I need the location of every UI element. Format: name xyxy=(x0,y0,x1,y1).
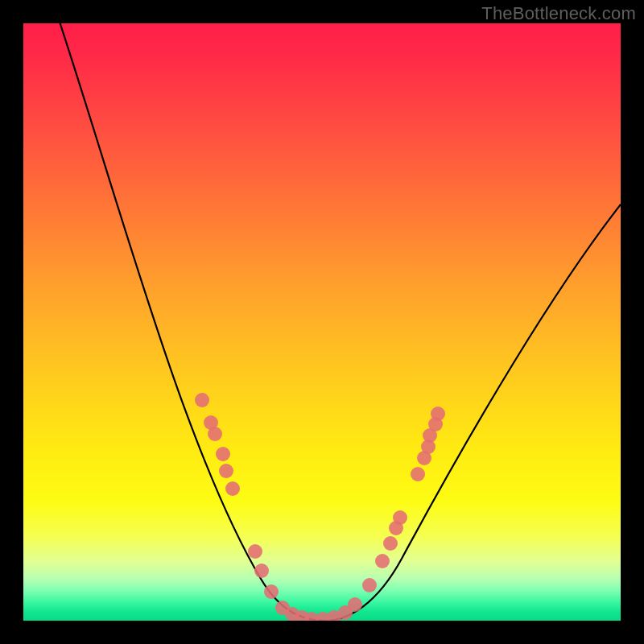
data-marker xyxy=(348,597,362,612)
data-markers xyxy=(195,393,445,621)
plot-area xyxy=(23,23,621,621)
data-marker xyxy=(225,481,240,496)
watermark-text: TheBottleneck.com xyxy=(481,3,636,24)
chart-svg xyxy=(23,23,621,621)
data-marker xyxy=(264,584,279,599)
data-marker xyxy=(195,393,209,407)
chart-frame: TheBottleneck.com xyxy=(0,0,644,644)
data-marker xyxy=(375,554,390,568)
data-marker xyxy=(362,578,377,592)
data-marker xyxy=(216,447,230,461)
data-marker xyxy=(208,427,222,441)
data-marker xyxy=(431,407,445,421)
bottleneck-curve xyxy=(58,23,621,621)
data-marker xyxy=(254,564,269,578)
data-marker xyxy=(383,536,398,551)
data-marker xyxy=(393,510,407,525)
data-marker xyxy=(219,464,233,478)
data-marker xyxy=(248,544,262,559)
data-marker xyxy=(411,467,425,481)
